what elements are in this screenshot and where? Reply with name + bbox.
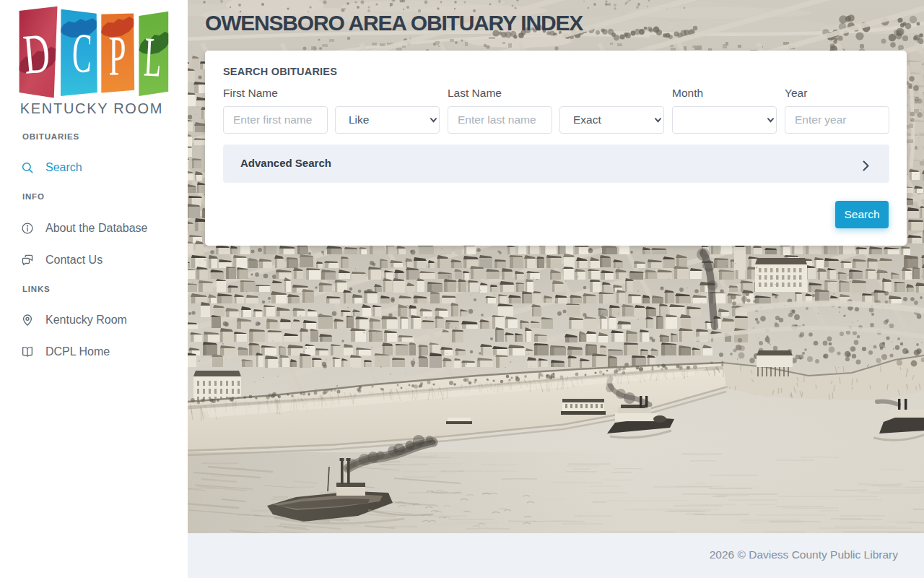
svg-text:KENTUCKY ROOM: KENTUCKY ROOM <box>20 100 163 116</box>
svg-text:P: P <box>109 24 126 87</box>
svg-text:L: L <box>143 25 164 88</box>
svg-text:C: C <box>71 21 93 85</box>
svg-text:D: D <box>21 21 52 86</box>
